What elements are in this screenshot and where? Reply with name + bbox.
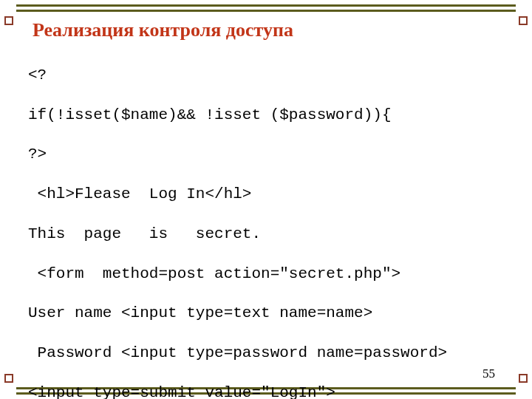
corner-box [519,374,528,383]
code-line: <hl>Flease Log In</hl> [28,185,510,205]
code-block: <? if(!isset($name)&& !isset ($password)… [28,46,510,399]
code-line: if(!isset($name)&& !isset ($password)){ [28,106,510,126]
code-line: <? [28,66,510,86]
page-number: 55 [482,366,495,381]
code-line: <input type=submit value="LogIn"> [28,383,510,399]
code-line: Password <input type=password name=passw… [28,344,510,364]
corner-box [519,16,528,25]
corner-box [4,16,13,25]
code-line: <form method=post action="secret.php"> [28,265,510,284]
code-line: This page is secret. [28,225,510,245]
code-line: User name <input type=text name=name> [28,304,510,324]
slide: Реализация контроля доступа <? if(!isset… [0,0,532,399]
corner-box [4,374,13,383]
slide-title: Реализация контроля доступа [33,19,293,41]
code-line: ?> [28,145,510,165]
frame-top [16,4,516,12]
